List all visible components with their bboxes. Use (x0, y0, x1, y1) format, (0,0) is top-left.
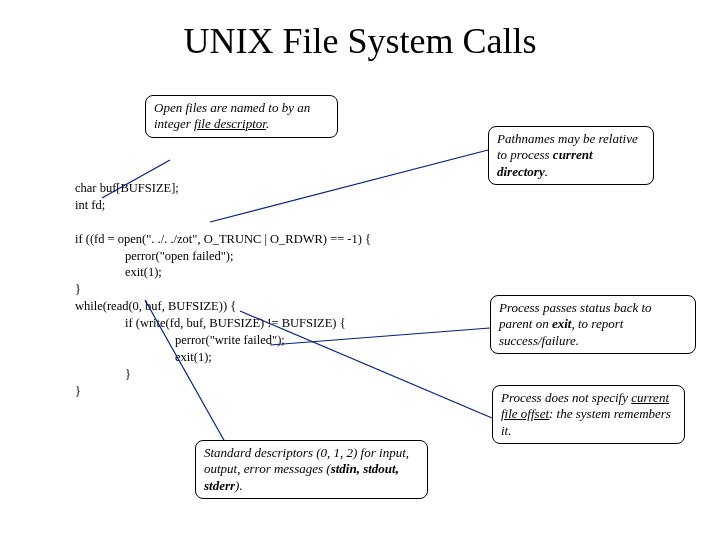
code-block: char buf[BUFSIZE]; int fd; if ((fd = ope… (75, 180, 495, 399)
callout-key: file descriptor (194, 116, 266, 131)
callout-key: exit (552, 316, 572, 331)
page-title: UNIX File System Calls (0, 20, 720, 62)
callout-standard-descriptors: Standard descriptors (0, 1, 2) for input… (195, 440, 428, 499)
callout-text: ). (235, 478, 243, 493)
callout-file-offset: Process does not specify current file of… (492, 385, 685, 444)
callout-text: . (545, 164, 548, 179)
callout-file-descriptor: Open files are named to by an integer fi… (145, 95, 338, 138)
callout-text: . (266, 116, 269, 131)
callout-current-directory: Pathnames may be relative to process cur… (488, 126, 654, 185)
callout-text: Process does not specify (501, 390, 631, 405)
callout-exit: Process passes status back to parent on … (490, 295, 696, 354)
